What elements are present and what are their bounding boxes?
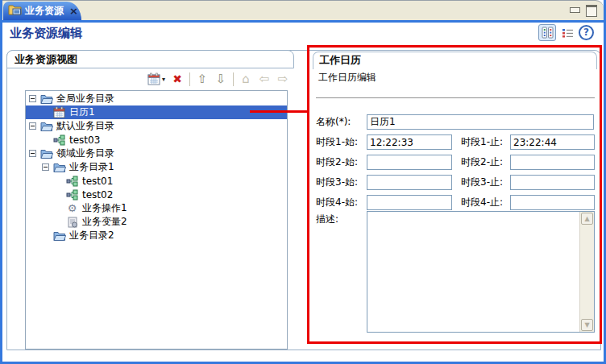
period-2-start-label: 时段2-始:	[316, 155, 358, 170]
tree-item[interactable]: 业务目录2	[26, 229, 287, 242]
help-button[interactable]: ?	[579, 25, 594, 40]
maximize-icon[interactable]	[586, 5, 597, 17]
tab-label: 业务资源	[25, 4, 64, 18]
description-label: 描述:	[316, 212, 338, 227]
tab-business-resource[interactable]: 业务资源 ×	[3, 2, 81, 20]
period-4-start-label: 时段4-始:	[316, 195, 358, 210]
layout-list-button[interactable]	[560, 27, 575, 39]
folder-open-icon	[39, 93, 53, 105]
scroll-down-icon[interactable]: ▼	[581, 319, 593, 331]
new-calendar-button[interactable]	[147, 72, 160, 86]
form-subtitle: 工作日历编辑	[318, 71, 376, 85]
delete-button[interactable]: ✖	[171, 72, 184, 86]
period-3-start-input[interactable]	[367, 175, 452, 190]
tree-toolbar: ▾ ✖ ⇧ ⇩ ⌂ ⇦ ⇨	[7, 70, 289, 88]
editor-tab-bar: 业务资源 ×	[2, 0, 604, 20]
window-border	[0, 0, 2, 364]
tab-underline	[0, 20, 606, 23]
tree-item-label: 日历1	[69, 105, 98, 119]
tree-item[interactable]: 领域业务目录	[26, 147, 287, 160]
folder-open-icon	[52, 161, 66, 173]
tree-item[interactable]: test02	[26, 188, 287, 201]
period-row: 时段4-始:时段4-止:	[316, 195, 595, 210]
left-panel-title: 业务资源视图	[15, 53, 77, 65]
tree-item-label: 业务变量2	[82, 215, 131, 229]
business-resource-folder-icon	[8, 3, 22, 19]
variable-icon	[65, 216, 79, 228]
component-icon	[65, 188, 79, 201]
tree-item[interactable]: 全局业务目录	[26, 92, 287, 105]
component-icon	[65, 175, 79, 187]
folder-open-icon	[52, 230, 66, 242]
form-title: 工作日历	[319, 54, 361, 66]
page-title: 业务资源编辑	[10, 26, 82, 41]
tree-item[interactable]: test01	[26, 174, 287, 188]
tree-expander-icon[interactable]	[29, 150, 36, 157]
tree-item-label: 业务目录2	[69, 229, 118, 242]
calendar-icon	[147, 72, 160, 85]
period-1-end-input[interactable]	[510, 134, 595, 150]
period-4-start-input[interactable]	[367, 195, 452, 210]
tab-close-icon[interactable]: ×	[69, 6, 78, 16]
home-button[interactable]: ⌂	[239, 72, 252, 86]
period-1-end-label: 时段1-止:	[461, 134, 503, 150]
period-3-end-label: 时段3-止:	[461, 175, 503, 190]
view-stack-controls	[570, 5, 597, 17]
period-2-end-input[interactable]	[510, 155, 595, 170]
tree-item-label: test02	[82, 189, 116, 201]
tree-item-label: 默认业务目录	[56, 119, 118, 133]
layout-columns-button[interactable]	[538, 24, 556, 41]
tree-item[interactable]: 业务目录1	[26, 160, 287, 174]
period-row: 时段2-始:时段2-止:	[316, 155, 595, 170]
name-label: 名称(*):	[316, 114, 351, 130]
toolbar-separator	[189, 72, 190, 86]
tree-expander-icon[interactable]	[29, 122, 36, 130]
component-icon	[52, 134, 66, 146]
left-panel-header: 业务资源视图	[6, 50, 294, 68]
period-3-end-input[interactable]	[510, 175, 595, 190]
tree-item[interactable]: 默认业务目录	[26, 119, 287, 133]
tree-item[interactable]: test03	[26, 133, 287, 147]
period-2-start-input[interactable]	[367, 155, 452, 170]
move-down-button[interactable]: ⇩	[214, 72, 227, 86]
tree-item-label: test01	[82, 176, 116, 187]
application-window: 业务资源 × 业务资源编辑 ? 业务资源视图	[0, 0, 606, 364]
tree-item[interactable]: 日历1	[26, 105, 287, 119]
tree-expander-icon[interactable]	[29, 95, 36, 102]
toolbar-separator	[233, 72, 234, 86]
forward-button[interactable]: ⇨	[276, 72, 289, 86]
name-input[interactable]	[367, 114, 594, 130]
tree-item-label: 业务操作1	[82, 201, 131, 215]
tree-item[interactable]: ⚙业务操作1	[26, 201, 287, 215]
list-layout-icon	[562, 27, 574, 39]
resource-tree: 全局业务目录日历1默认业务目录test03领域业务目录业务目录1test01te…	[25, 90, 288, 350]
move-up-button[interactable]: ⇧	[196, 72, 209, 86]
period-row: 时段1-始:时段1-止:	[316, 134, 595, 150]
tree-item[interactable]: 业务变量2	[26, 215, 287, 229]
form-separator	[316, 97, 595, 98]
period-3-start-label: 时段3-始:	[316, 175, 358, 190]
minimize-icon[interactable]	[570, 7, 580, 13]
dropdown-arrow-icon[interactable]: ▾	[162, 76, 165, 83]
period-1-start-label: 时段1-始:	[316, 134, 358, 150]
period-4-end-input[interactable]	[510, 195, 595, 210]
columns-layout-icon	[542, 27, 554, 39]
back-button[interactable]: ⇦	[258, 72, 271, 86]
period-1-start-input[interactable]	[367, 134, 452, 150]
description-textarea[interactable]: ▲ ▼	[367, 211, 595, 333]
gear-icon: ⚙	[65, 202, 79, 214]
tree-item-label: 全局业务目录	[56, 92, 118, 105]
calendar-icon	[52, 106, 66, 118]
folder-open-icon	[39, 147, 53, 159]
scrollbar[interactable]: ▲ ▼	[579, 212, 594, 332]
description-text	[369, 213, 579, 330]
tree-item-label: test03	[69, 134, 103, 146]
period-2-end-label: 时段2-止:	[461, 155, 503, 170]
tree-item-label: 领域业务目录	[56, 147, 118, 160]
period-row: 时段3-始:时段3-止:	[316, 175, 595, 190]
tree-expander-icon[interactable]	[42, 163, 49, 171]
form-header: 工作日历	[313, 52, 597, 69]
folder-open-icon	[39, 120, 53, 132]
period-4-end-label: 时段4-止:	[461, 195, 503, 210]
scroll-up-icon[interactable]: ▲	[581, 213, 593, 225]
